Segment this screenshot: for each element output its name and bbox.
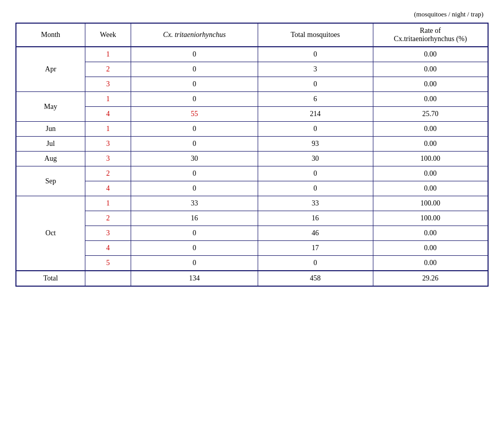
cell-total: 46 [258, 226, 373, 241]
footer-row: Total 134 458 29.26 [16, 271, 488, 286]
cell-total: 214 [258, 107, 373, 122]
header-cx: Cx. tritaeniorhynchus [131, 23, 258, 47]
cell-week: 2 [85, 166, 131, 181]
cell-cx: 0 [131, 241, 258, 256]
cell-rate: 0.00 [373, 226, 488, 241]
cell-cx: 55 [131, 107, 258, 122]
cell-rate: 100.00 [373, 152, 488, 166]
cell-cx: 0 [131, 226, 258, 241]
cell-month: Oct [16, 196, 85, 271]
cell-week: 1 [85, 196, 131, 211]
cell-total: 6 [258, 92, 373, 107]
table-row: Oct13333100.00 [16, 196, 488, 211]
header-cx-text: Cx. tritaeniorhynchus [163, 31, 226, 39]
cell-total: 16 [258, 211, 373, 226]
footer-total: 458 [258, 271, 373, 286]
cell-cx: 0 [131, 166, 258, 181]
header-month: Month [16, 23, 85, 47]
cell-rate: 0.00 [373, 122, 488, 137]
cell-week: 4 [85, 181, 131, 196]
cell-total: 0 [258, 181, 373, 196]
footer-cx: 134 [131, 271, 258, 286]
cell-total: 17 [258, 241, 373, 256]
cell-rate: 0.00 [373, 77, 488, 92]
table-row: 40170.00 [16, 241, 488, 256]
header-week: Week [85, 23, 131, 47]
cell-cx: 0 [131, 137, 258, 152]
data-table: Month Week Cx. tritaeniorhynchus Total m… [15, 23, 489, 287]
cell-rate: 0.00 [373, 256, 488, 271]
cell-week: 3 [85, 77, 131, 92]
table-row: 4000.00 [16, 181, 488, 196]
cell-week: 5 [85, 256, 131, 271]
header-rate-line1: Rate of [420, 27, 441, 34]
cell-rate: 0.00 [373, 47, 488, 62]
cell-cx: 0 [131, 62, 258, 77]
header-total: Total mosquitoes [258, 23, 373, 47]
table-row: 45521425.70 [16, 107, 488, 122]
table-row: 5000.00 [16, 256, 488, 271]
cell-total: 33 [258, 196, 373, 211]
footer-rate: 29.26 [373, 271, 488, 286]
cell-total: 0 [258, 122, 373, 137]
table-row: Jun1000.00 [16, 122, 488, 137]
cell-week: 2 [85, 211, 131, 226]
cell-month: Sep [16, 166, 85, 196]
table-body: Apr1000.002030.003000.00May1060.00455214… [16, 47, 488, 271]
table-row: Aug33030100.00 [16, 152, 488, 166]
cell-total: 30 [258, 152, 373, 166]
cell-cx: 0 [131, 77, 258, 92]
cell-cx: 0 [131, 92, 258, 107]
footer-label: Total [16, 271, 85, 286]
cell-total: 0 [258, 256, 373, 271]
cell-rate: 25.70 [373, 107, 488, 122]
cell-week: 1 [85, 92, 131, 107]
cell-week: 4 [85, 241, 131, 256]
cell-rate: 0.00 [373, 166, 488, 181]
cell-cx: 33 [131, 196, 258, 211]
cell-week: 3 [85, 226, 131, 241]
table-row: 2030.00 [16, 62, 488, 77]
header-rate: Rate of Cx.tritaeniorhynchus (%) [373, 23, 488, 47]
cell-month: Jun [16, 122, 85, 137]
cell-rate: 100.00 [373, 196, 488, 211]
cell-week: 3 [85, 137, 131, 152]
cell-rate: 0.00 [373, 181, 488, 196]
table-row: May1060.00 [16, 92, 488, 107]
table-row: 30460.00 [16, 226, 488, 241]
cell-rate: 0.00 [373, 137, 488, 152]
cell-rate: 0.00 [373, 241, 488, 256]
cell-week: 3 [85, 152, 131, 166]
cell-cx: 0 [131, 47, 258, 62]
cell-week: 4 [85, 107, 131, 122]
cell-month: Aug [16, 152, 85, 166]
table-row: Jul30930.00 [16, 137, 488, 152]
cell-rate: 0.00 [373, 92, 488, 107]
cell-week: 2 [85, 62, 131, 77]
cell-month: Apr [16, 47, 85, 92]
cell-cx: 0 [131, 181, 258, 196]
cell-cx: 0 [131, 122, 258, 137]
footer-week-blank [85, 271, 131, 286]
cell-month: Jul [16, 137, 85, 152]
cell-cx: 30 [131, 152, 258, 166]
table-row: Sep2000.00 [16, 166, 488, 181]
header-rate-line2: Cx.tritaeniorhynchus (%) [394, 35, 467, 43]
table-row: Apr1000.00 [16, 47, 488, 62]
cell-week: 1 [85, 122, 131, 137]
cell-total: 0 [258, 47, 373, 62]
cell-month: May [16, 92, 85, 122]
table-row: 21616100.00 [16, 211, 488, 226]
cell-cx: 0 [131, 256, 258, 271]
cell-week: 1 [85, 47, 131, 62]
cell-total: 3 [258, 62, 373, 77]
cell-rate: 100.00 [373, 211, 488, 226]
cell-cx: 16 [131, 211, 258, 226]
cell-total: 0 [258, 166, 373, 181]
cell-total: 93 [258, 137, 373, 152]
table-row: 3000.00 [16, 77, 488, 92]
subtitle: (mosquitoes / night / trap) [15, 10, 489, 18]
cell-total: 0 [258, 77, 373, 92]
cell-rate: 0.00 [373, 62, 488, 77]
